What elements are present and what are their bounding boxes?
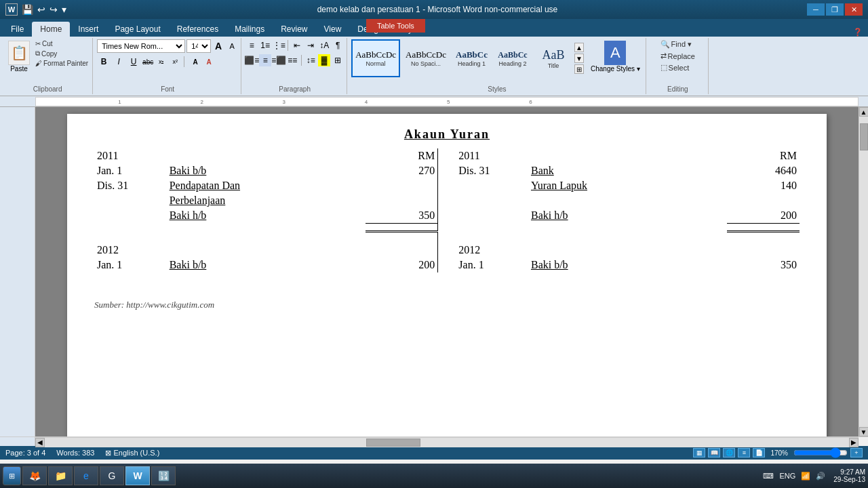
borders-btn[interactable]: ⊞ — [332, 54, 344, 66]
h-scrollbar: ◀ ▶ — [35, 437, 859, 447]
title-bar: W 💾 ↩ ↪ ▾ demo kelab dan persatuan 1 - M… — [0, 0, 868, 19]
shrink-font-btn[interactable]: A — [226, 40, 238, 52]
sort-btn[interactable]: ↕A — [318, 39, 330, 52]
taskbar-explorer[interactable]: 📁 — [48, 466, 73, 485]
tab-references[interactable]: References — [169, 22, 226, 37]
align-left-btn[interactable]: ⬛≡ — [245, 54, 258, 66]
style-normal[interactable]: AaBbCcDc Normal — [351, 39, 400, 77]
close-btn[interactable]: ✕ — [845, 3, 863, 16]
outline-btn[interactable]: ≡ — [738, 448, 750, 458]
style-heading2[interactable]: AaBbCc Heading 2 — [493, 39, 532, 77]
decrease-indent-btn[interactable]: ⇤ — [291, 39, 303, 52]
web-layout-btn[interactable]: 🌐 — [723, 448, 735, 458]
select-btn[interactable]: ⬚ Select — [658, 62, 698, 73]
source-text: Sumber: http://www.cikgutim.com — [94, 300, 800, 310]
font-size-select[interactable]: 14 — [186, 39, 211, 53]
minimize-btn[interactable]: ─ — [807, 3, 825, 16]
h-scroll-left-btn[interactable]: ◀ — [35, 438, 45, 447]
taskbar-firefox[interactable]: 🦊 — [22, 466, 47, 485]
copy-button[interactable]: ⧉ Copy — [34, 49, 90, 58]
cut-button[interactable]: ✂ Cut — [34, 39, 90, 48]
styles-group-label: Styles — [349, 85, 646, 93]
style-title[interactable]: AaB Title — [534, 39, 573, 77]
shading-btn[interactable]: ▓ — [318, 54, 330, 66]
bold-btn[interactable]: B — [97, 56, 111, 68]
right-row4-date: Jan. 1 — [456, 258, 528, 272]
replace-icon: ⇄ — [660, 52, 667, 60]
style-scroll-down[interactable]: ▼ — [574, 54, 584, 63]
style-more[interactable]: ⊞ — [574, 64, 584, 74]
strikethrough-btn[interactable]: abc — [142, 56, 154, 68]
scroll-up-btn[interactable]: ▲ — [859, 107, 869, 117]
find-btn[interactable]: 🔍 Find ▾ — [658, 39, 698, 49]
justify-btn[interactable]: ≡≡ — [286, 54, 298, 66]
tab-page-layout[interactable]: Page Layout — [106, 22, 168, 37]
tab-mailings[interactable]: Mailings — [226, 22, 273, 37]
left-row4-date: Jan. 1 — [94, 258, 167, 272]
right-row1-amt: 4640 — [727, 163, 800, 178]
font-color-btn[interactable]: A — [203, 56, 215, 68]
replace-btn[interactable]: ⇄ Replace — [658, 51, 698, 61]
customize-quick-btn[interactable]: ▾ — [60, 4, 68, 15]
scroll-thumb[interactable] — [860, 123, 868, 150]
h-scroll-right-btn[interactable]: ▶ — [849, 438, 859, 447]
print-layout-btn[interactable]: ▦ — [693, 448, 705, 458]
taskbar-google[interactable]: G — [100, 466, 124, 485]
left-year2: 2012 — [94, 243, 167, 258]
draft-btn[interactable]: 📄 — [753, 448, 765, 458]
row2b: Perbelanjaan — [94, 193, 800, 208]
line-spacing-btn[interactable]: ↕≡ — [304, 54, 317, 66]
paste-button[interactable]: 📋 Paste — [5, 39, 33, 74]
paste-label: Paste — [10, 65, 28, 73]
numbering-btn[interactable]: 1≡ — [259, 39, 271, 52]
tab-home[interactable]: Home — [32, 22, 70, 37]
scissors-icon: ✂ — [35, 40, 41, 47]
save-quick-btn[interactable]: 💾 — [20, 4, 35, 15]
redo-quick-btn[interactable]: ↪ — [48, 4, 59, 15]
underline-btn[interactable]: U — [127, 56, 140, 68]
italic-btn[interactable]: I — [112, 56, 125, 68]
full-reading-btn[interactable]: 📖 — [708, 448, 720, 458]
style-boxes: AaBbCcDc Normal AaBbCcDc No Spaci... AaB… — [351, 39, 584, 77]
right-row4-amt: 350 — [727, 258, 800, 272]
ruler-container: 1 2 3 4 5 6 — [0, 96, 868, 107]
style-no-spacing[interactable]: AaBbCcDc No Spaci... — [401, 39, 450, 77]
zoom-slider[interactable] — [793, 449, 848, 456]
font-name-select[interactable]: Times New Rom... — [97, 39, 185, 53]
bullets-btn[interactable]: ≡ — [245, 39, 258, 52]
header-row: 2011 RM 2011 RM — [94, 148, 800, 163]
tab-file[interactable]: File — [3, 22, 32, 37]
tab-insert[interactable]: Insert — [70, 22, 106, 37]
taskbar-word[interactable]: W — [125, 466, 150, 485]
document-area[interactable]: Akaun Yuran 2011 RM 2011 RM Jan. 1 Baki … — [35, 107, 859, 436]
align-right-btn[interactable]: ≡⬛ — [273, 54, 285, 66]
format-painter-button[interactable]: 🖌 Format Painter — [34, 59, 90, 68]
zoom-in-btn[interactable]: + — [850, 448, 863, 458]
taskbar-ie[interactable]: e — [74, 466, 98, 485]
increase-indent-btn[interactable]: ⇥ — [304, 39, 317, 52]
superscript-btn[interactable]: x² — [169, 56, 181, 68]
subscript-btn[interactable]: x₂ — [155, 56, 167, 68]
help-btn[interactable]: ❓ — [853, 28, 863, 37]
right-scrollbar: ▲ ▼ — [859, 107, 868, 436]
h-scroll-thumb[interactable] — [366, 439, 420, 447]
change-styles-btn[interactable]: A Change Styles ▾ — [588, 39, 643, 74]
ribbon-tabs: File Home Insert Page Layout References … — [0, 19, 868, 37]
taskbar-start[interactable]: ⊞ — [3, 466, 21, 485]
style-heading1[interactable]: AaBbCc Heading 1 — [452, 39, 492, 77]
clipboard-group: 📋 Paste ✂ Cut ⧉ Copy 🖌 Format Painter Cl… — [3, 38, 93, 94]
undo-quick-btn[interactable]: ↩ — [36, 4, 47, 15]
show-hide-btn[interactable]: ¶ — [332, 39, 344, 52]
restore-btn[interactable]: ❐ — [826, 3, 844, 16]
style-scroll-up[interactable]: ▲ — [574, 43, 584, 52]
text-highlight-btn[interactable]: A — [189, 56, 201, 68]
tab-view[interactable]: View — [316, 22, 350, 37]
tab-review[interactable]: Review — [273, 22, 315, 37]
scroll-down-btn[interactable]: ▼ — [859, 427, 869, 436]
taskbar-calc[interactable]: 🔢 — [151, 466, 176, 485]
right-row2-desc: Yuran Lapuk — [528, 178, 727, 193]
align-center-btn[interactable]: ≡ — [259, 54, 271, 66]
grow-font-btn[interactable]: A — [212, 40, 224, 52]
multilevel-btn[interactable]: ⋮≡ — [273, 39, 285, 52]
left-row4-amt: 200 — [366, 258, 438, 272]
